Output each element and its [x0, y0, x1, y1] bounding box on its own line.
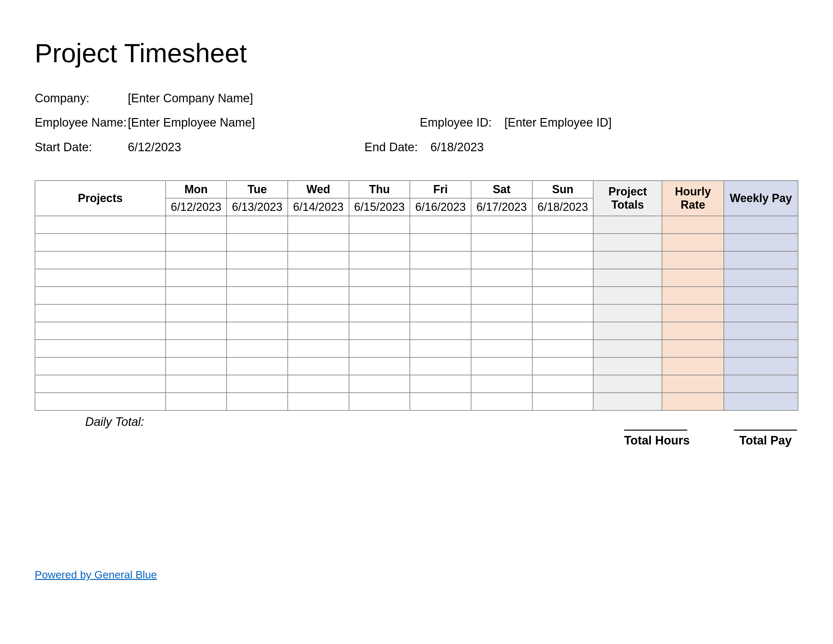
hours-cell[interactable]	[166, 287, 227, 304]
hours-cell[interactable]	[288, 287, 349, 304]
hours-cell[interactable]	[227, 375, 288, 393]
project-name-cell[interactable]	[35, 287, 166, 304]
hours-cell[interactable]	[166, 269, 227, 287]
hours-cell[interactable]	[227, 233, 288, 251]
hours-cell[interactable]	[227, 393, 288, 411]
hours-cell[interactable]	[532, 233, 593, 251]
hours-cell[interactable]	[288, 393, 349, 411]
hours-cell[interactable]	[349, 357, 410, 375]
hours-cell[interactable]	[349, 322, 410, 340]
hours-cell[interactable]	[166, 375, 227, 393]
hours-cell[interactable]	[227, 322, 288, 340]
powered-by-link[interactable]: Powered by General Blue	[35, 568, 157, 581]
hours-cell[interactable]	[410, 322, 471, 340]
project-name-cell[interactable]	[35, 233, 166, 251]
hours-cell[interactable]	[532, 269, 593, 287]
hours-cell[interactable]	[166, 322, 227, 340]
hourly-rate-cell[interactable]	[662, 287, 724, 304]
hours-cell[interactable]	[471, 340, 532, 357]
hours-cell[interactable]	[349, 269, 410, 287]
hours-cell[interactable]	[410, 251, 471, 269]
hours-cell[interactable]	[349, 287, 410, 304]
hours-cell[interactable]	[166, 216, 227, 233]
hours-cell[interactable]	[166, 233, 227, 251]
hours-cell[interactable]	[166, 357, 227, 375]
hours-cell[interactable]	[471, 357, 532, 375]
hours-cell[interactable]	[532, 287, 593, 304]
hours-cell[interactable]	[349, 393, 410, 411]
project-name-cell[interactable]	[35, 304, 166, 322]
hours-cell[interactable]	[288, 216, 349, 233]
hours-cell[interactable]	[227, 269, 288, 287]
hours-cell[interactable]	[227, 357, 288, 375]
hours-cell[interactable]	[227, 251, 288, 269]
hours-cell[interactable]	[166, 393, 227, 411]
hourly-rate-cell[interactable]	[662, 393, 724, 411]
hourly-rate-cell[interactable]	[662, 375, 724, 393]
hourly-rate-cell[interactable]	[662, 269, 724, 287]
hours-cell[interactable]	[471, 393, 532, 411]
hours-cell[interactable]	[288, 322, 349, 340]
project-name-cell[interactable]	[35, 393, 166, 411]
hours-cell[interactable]	[471, 216, 532, 233]
hours-cell[interactable]	[532, 251, 593, 269]
end-date-value[interactable]: 6/18/2023	[430, 140, 484, 155]
hours-cell[interactable]	[410, 287, 471, 304]
employee-id-value[interactable]: [Enter Employee ID]	[504, 115, 611, 130]
hours-cell[interactable]	[532, 340, 593, 357]
hours-cell[interactable]	[532, 216, 593, 233]
hours-cell[interactable]	[227, 216, 288, 233]
hourly-rate-cell[interactable]	[662, 304, 724, 322]
hours-cell[interactable]	[288, 340, 349, 357]
hours-cell[interactable]	[288, 233, 349, 251]
start-date-value[interactable]: 6/12/2023	[128, 140, 181, 155]
hours-cell[interactable]	[349, 375, 410, 393]
hours-cell[interactable]	[349, 340, 410, 357]
hours-cell[interactable]	[410, 304, 471, 322]
hours-cell[interactable]	[410, 357, 471, 375]
employee-name-value[interactable]: [Enter Employee Name]	[128, 115, 255, 130]
company-value[interactable]: [Enter Company Name]	[128, 90, 253, 106]
hours-cell[interactable]	[349, 216, 410, 233]
hours-cell[interactable]	[166, 304, 227, 322]
hours-cell[interactable]	[471, 304, 532, 322]
hourly-rate-cell[interactable]	[662, 216, 724, 233]
hours-cell[interactable]	[349, 233, 410, 251]
hours-cell[interactable]	[471, 269, 532, 287]
hours-cell[interactable]	[532, 375, 593, 393]
hourly-rate-cell[interactable]	[662, 322, 724, 340]
hourly-rate-cell[interactable]	[662, 233, 724, 251]
project-name-cell[interactable]	[35, 269, 166, 287]
hours-cell[interactable]	[288, 357, 349, 375]
hours-cell[interactable]	[349, 251, 410, 269]
hours-cell[interactable]	[410, 375, 471, 393]
hours-cell[interactable]	[227, 340, 288, 357]
hours-cell[interactable]	[532, 357, 593, 375]
hours-cell[interactable]	[532, 304, 593, 322]
hours-cell[interactable]	[288, 304, 349, 322]
hours-cell[interactable]	[410, 216, 471, 233]
hours-cell[interactable]	[532, 393, 593, 411]
project-name-cell[interactable]	[35, 375, 166, 393]
hours-cell[interactable]	[227, 304, 288, 322]
hours-cell[interactable]	[471, 375, 532, 393]
hours-cell[interactable]	[288, 251, 349, 269]
hours-cell[interactable]	[410, 393, 471, 411]
hours-cell[interactable]	[288, 269, 349, 287]
hours-cell[interactable]	[288, 375, 349, 393]
hours-cell[interactable]	[471, 287, 532, 304]
project-name-cell[interactable]	[35, 322, 166, 340]
hourly-rate-cell[interactable]	[662, 357, 724, 375]
project-name-cell[interactable]	[35, 340, 166, 357]
project-name-cell[interactable]	[35, 216, 166, 233]
hours-cell[interactable]	[532, 322, 593, 340]
hours-cell[interactable]	[471, 233, 532, 251]
hours-cell[interactable]	[410, 340, 471, 357]
project-name-cell[interactable]	[35, 357, 166, 375]
hours-cell[interactable]	[471, 322, 532, 340]
hours-cell[interactable]	[166, 251, 227, 269]
hours-cell[interactable]	[349, 304, 410, 322]
hours-cell[interactable]	[410, 269, 471, 287]
hours-cell[interactable]	[471, 251, 532, 269]
hours-cell[interactable]	[166, 340, 227, 357]
